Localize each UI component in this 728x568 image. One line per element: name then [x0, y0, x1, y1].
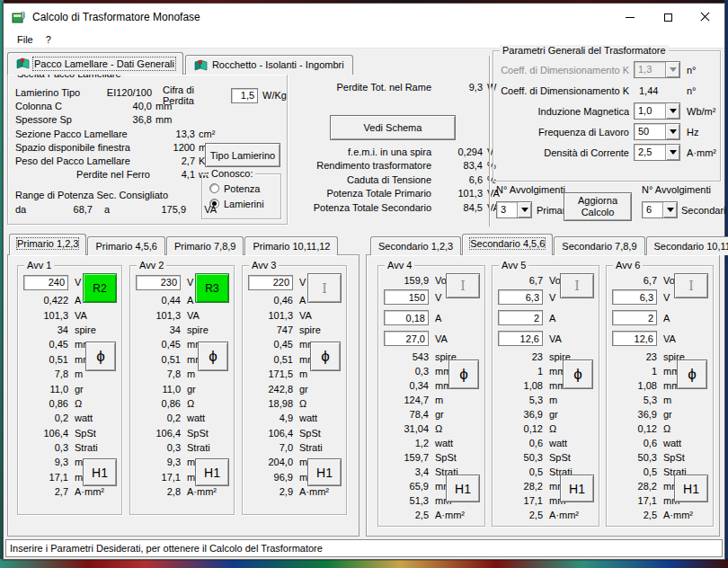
phi-button[interactable]: ϕ [677, 359, 707, 389]
primario-tab-3[interactable]: Primario 7,8,9 [166, 236, 244, 255]
winding-value: 17,1 [23, 472, 68, 483]
secondario-tab-2[interactable]: Secondario 4,5,6 [462, 234, 553, 255]
winding-input[interactable]: 6,3 [498, 289, 543, 305]
winding-value: 11,0 [23, 384, 68, 395]
voltage-input[interactable]: 230 [136, 275, 181, 290]
h1-button[interactable]: H1 [83, 458, 117, 486]
main-tab-1[interactable]: Pacco Lamellare - Dati Generali [7, 52, 183, 75]
aggiorna-calcolo-button[interactable]: Aggiorna Calcolo [564, 192, 632, 221]
dropdown-arrow-icon[interactable] [665, 103, 679, 119]
h1-button[interactable]: H1 [195, 458, 229, 486]
winding-input-row: 0,18A [384, 308, 484, 327]
dropdown-arrow-icon[interactable] [665, 145, 679, 160]
winding-unit: Ω [187, 398, 234, 409]
winding-input[interactable]: 2 [612, 310, 657, 325]
maximize-button[interactable] [649, 4, 687, 31]
h1-button[interactable]: H1 [446, 475, 480, 502]
main-tab-2[interactable]: Rocchetto - Isolanti - Ingombri [185, 55, 353, 75]
phi-button[interactable]: ϕ [448, 359, 479, 389]
cifra-di-perdita-input[interactable]: 1,5 [231, 88, 258, 103]
winding-input[interactable]: 2 [498, 310, 543, 325]
winding-value: 0,422 [23, 295, 68, 306]
primario-tab-1[interactable]: Primario 1,2,3 [9, 234, 86, 255]
close-button[interactable] [687, 4, 724, 31]
unit-label: VA [435, 333, 448, 344]
h1-button[interactable]: H1 [674, 475, 708, 502]
winding-unit: watt [75, 413, 121, 423]
tab-label: Primario 4,5,6 [95, 241, 156, 252]
winding-input[interactable]: 12,6 [612, 331, 657, 346]
current-button[interactable]: I [560, 273, 594, 298]
voltage-input[interactable]: 220 [248, 275, 293, 290]
h1-button[interactable]: H1 [307, 458, 342, 486]
window-controls [611, 4, 724, 31]
current-button[interactable]: I [674, 273, 708, 298]
primario-tab-4[interactable]: Primario 10,11,12 [244, 236, 338, 255]
parametri-combo[interactable]: 2,5 [634, 144, 680, 161]
parametri-combo[interactable]: 50 [634, 123, 680, 140]
voltage-input[interactable]: 240 [23, 275, 68, 290]
phi-button[interactable]: ϕ [85, 342, 116, 371]
secondario-tab-4[interactable]: Secondario 10,11,12 [646, 236, 728, 255]
winding-value: 0,45 [248, 339, 293, 350]
menu-file[interactable]: File [11, 32, 40, 47]
winding-value: 0,12 [498, 423, 543, 434]
phi-button[interactable]: ϕ [198, 342, 228, 371]
winding-input[interactable]: 150 [384, 289, 429, 305]
winding-row: 101,3VA [243, 307, 346, 322]
dropdown-arrow-icon[interactable] [665, 124, 679, 139]
winding-row: 124,7m [378, 393, 484, 407]
secondario-tab-strip: Secondario 1,2,3Secondario 4,5,6Secondar… [370, 234, 728, 255]
n-avvolgimenti-secondari-combo[interactable]: 6 [642, 201, 678, 218]
secondario-tab-3[interactable]: Secondario 7,8,9 [554, 236, 644, 255]
winding-group-avv-5: Avv 56,7Vo6,3V2A12,6VA23spire1mm1,08mm5,… [492, 265, 599, 527]
main-tab-label: Rocchetto - Isolanti - Ingombri [212, 59, 344, 70]
winding-row: 36,9gr [493, 407, 599, 422]
menu-help[interactable]: ? [40, 32, 58, 47]
minimize-button[interactable] [611, 4, 649, 31]
radio-option-lamierini[interactable]: Lamierini [209, 196, 264, 211]
radio-option-potenza[interactable]: Potenza [209, 181, 264, 196]
n-avvolgimenti-secondari-label: N° Avvolgimenti [642, 184, 711, 195]
winding-input[interactable]: 12,6 [498, 331, 543, 346]
winding-input-row: 27,0VA [384, 329, 484, 348]
vedi-schema-button[interactable]: Vedi Schema [330, 115, 456, 140]
result-row: Rendimento trasformatore83,4% [295, 159, 507, 173]
winding-input[interactable]: 27,0 [384, 331, 429, 346]
current-button[interactable]: I [446, 273, 480, 298]
parametri-combo-rows: Induzione Magnetica1,0Wb/m²Frequenza di … [495, 101, 718, 163]
secondario-tab-1[interactable]: Secondario 1,2,3 [370, 236, 461, 255]
current-button[interactable]: I [307, 273, 342, 303]
parametri-combo[interactable]: 1,0 [634, 102, 680, 120]
aggiorna-line2: Calcolo [582, 207, 615, 218]
winding-value: 0,6 [498, 438, 543, 448]
winding-color-button[interactable]: R2 [83, 273, 117, 303]
parametri-label: Frequenza di Lavoro [498, 127, 629, 138]
winding-value: 0,51 [136, 354, 181, 365]
winding-color-button[interactable]: R3 [195, 273, 229, 303]
winding-value: 51,3 [384, 495, 429, 506]
field-row: Peso del Pacco Lamellare2,7Kg [15, 154, 229, 167]
phi-button[interactable]: ϕ [310, 342, 341, 371]
results-rows: f.e.m.i. in una spira0,294VRendimento tr… [295, 145, 507, 215]
phi-button[interactable]: ϕ [563, 359, 593, 389]
n-avvolgimenti-primari-combo[interactable]: 3 [496, 201, 532, 218]
winding-input[interactable]: 6,3 [612, 289, 657, 305]
tipo-lamierino-button[interactable]: Tipo Lamierino [205, 143, 280, 167]
winding-row: 1,2watt [378, 436, 484, 450]
h1-button[interactable]: H1 [560, 475, 594, 502]
winding-row: 0,12Ω [607, 422, 713, 436]
winding-row: 11,0gr [130, 381, 234, 395]
winding-value: 171,5 [248, 368, 293, 379]
primario-tab-2[interactable]: Primario 4,5,6 [87, 236, 164, 255]
dropdown-arrow-icon[interactable] [517, 202, 531, 217]
winding-row: 50,3SpSt [493, 450, 599, 465]
result-label: Caduta di Tensione [295, 174, 431, 185]
perdite-rame-row: Perdite Tot. nel Rame 9,3 W [295, 82, 507, 93]
winding-unit: gr [75, 384, 121, 395]
winding-input[interactable]: 0,18 [384, 310, 429, 325]
dropdown-arrow-icon[interactable] [662, 202, 677, 217]
parametri-unit: A·mm² [687, 147, 726, 158]
winding-value: 17,1 [136, 472, 181, 483]
result-value: 101,3 [436, 188, 483, 199]
